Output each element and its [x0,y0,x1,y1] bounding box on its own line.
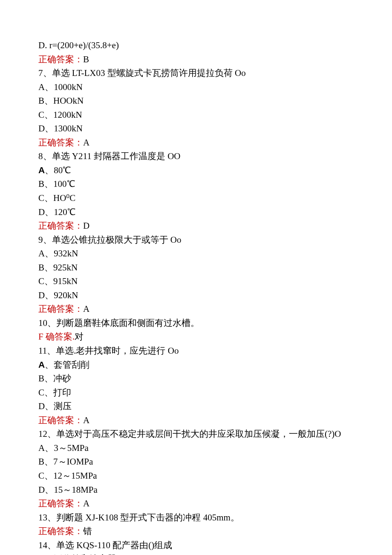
q7-answer-line: 正确答案：A [38,136,354,150]
q10-answer-value: 对 [75,331,84,342]
q11-answer-line: 正确答案：A [38,413,354,427]
q9-answer-value: A [83,304,89,314]
q10-answer-line: F 确答案.对 [38,330,354,344]
q6-option-d: D. r=(200+e)/(35.8+e) [38,38,354,52]
q11-option-b: B、冲砂 [38,372,354,386]
q6-answer-value: B [83,54,89,64]
q8-option-a-letter: A [38,165,45,175]
q7-option-a: A、1000kN [38,80,354,94]
q9-stem: 9、单选公锥抗拉极限大于或等于 Oo [38,233,354,247]
q8-answer-line: 正确答案：D [38,219,354,233]
q12-option-c: C、12～15MPa [38,469,354,483]
q10-answer-label: F 确答案. [38,331,75,342]
q13-answer-value: 错 [83,526,92,536]
q11-answer-label: 正确答案： [38,415,83,425]
q12-option-d: D、15～18MPa [38,483,354,497]
q11-option-a-text: 、套管刮削 [45,360,89,370]
q8-answer-value: D [83,221,89,231]
q7-stem: 7、单选 LT-LX03 型螺旋式卡瓦捞筒许用提拉负荷 Oo [38,66,354,80]
q11-option-a-letter: A [38,360,45,369]
q10-stem: 10、判断题磨鞋体底面和侧面有过水槽。 [38,316,354,330]
q13-answer-line: 正确答案：错 [38,524,354,538]
q9-option-d: D、920kN [38,288,354,302]
q8-option-a-text: 、80℃ [45,165,71,175]
q14-stem: 14、单选 KQS-110 配产器由()组成 [38,538,354,552]
q9-option-a: A、932kN [38,247,354,261]
q12-answer-line: 正确答案：A [38,497,354,511]
q7-option-d: D、1300kN [38,122,354,136]
q9-option-b: B、925kN [38,261,354,275]
q8-option-a: A、80℃ [38,163,354,177]
q9-option-c: C、915kN [38,274,354,288]
q12-stem: 12、单选对于高压不稳定井或层间干扰大的井应采取加压候凝，一般加压(?)O [38,427,354,441]
q12-answer-label: 正确答案： [38,498,83,509]
q11-option-a: A、套管刮削 [38,358,354,372]
q7-option-c: C、1200kN [38,108,354,122]
q11-answer-value: A [83,415,89,425]
q13-stem: 13、判断题 XJ-K108 型开式下击器的冲程 405mm。 [38,511,354,525]
q7-option-b: B、HOOkN [38,94,354,108]
q8-stem: 8、单选 Y211 封隔器工作温度是 OO [38,149,354,163]
q12-option-a: A、3～5MPa [38,441,354,455]
q12-answer-value: A [83,498,89,509]
q13-answer-label: 正确答案： [38,526,83,536]
q7-answer-label: 正确答案： [38,137,83,148]
q8-option-d: D、120℃ [38,205,354,219]
q8-option-c: C、HO⁰C [38,191,354,205]
q9-answer-line: 正确答案：A [38,302,354,316]
q11-stem: 11、单选.老井找窜时，应先进行 Oo [38,344,354,358]
q11-option-c: C、打印 [38,386,354,400]
q14-option-a: A、工作筒和堵塞器 [38,552,354,555]
q6-answer-line: 正确答案：B [38,52,354,67]
q7-answer-value: A [83,137,89,148]
q8-option-b: B、100℃ [38,177,354,191]
q6-answer-label: 正确答案： [38,54,83,64]
q8-answer-label: 正确答案： [38,221,83,231]
q12-option-b: B、7～IOMPa [38,455,354,469]
q11-option-d: D、测压 [38,399,354,413]
q9-answer-label: 正确答案： [38,304,83,314]
